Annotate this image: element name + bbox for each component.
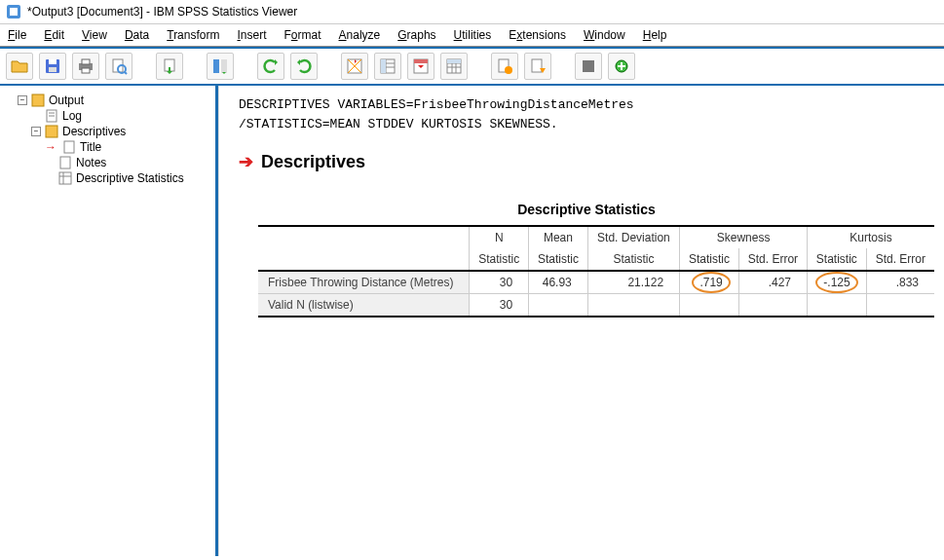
menu-window[interactable]: Window [584, 28, 625, 42]
add-button[interactable] [608, 53, 635, 80]
cell-skew-stat [680, 294, 739, 317]
menu-view[interactable]: View [82, 28, 107, 42]
table-row: Frisbee Throwing Distance (Metres) 30 46… [258, 271, 934, 294]
menu-transform[interactable]: Transform [167, 28, 219, 42]
cell-kurt-se: .833 [866, 271, 934, 294]
content-pane[interactable]: DESCRIPTIVES VARIABLES=FrisbeeThrowingDi… [218, 86, 944, 556]
menu-insert[interactable]: Insert [237, 28, 266, 42]
main-area: − Output Log − Descriptives [0, 86, 944, 556]
col-stddev: Std. Deviation [587, 226, 679, 248]
svg-rect-42 [59, 172, 71, 184]
export-button[interactable] [156, 53, 183, 80]
tree-descriptives-label: Descriptives [62, 125, 126, 138]
toolbar [0, 47, 944, 86]
svg-rect-39 [46, 126, 57, 137]
svg-rect-40 [64, 141, 74, 153]
tree-title-label: Title [80, 140, 101, 154]
tree-root[interactable]: − Output [18, 93, 211, 107]
variables-button[interactable] [440, 53, 468, 80]
book-icon [45, 125, 58, 138]
collapse-icon[interactable]: − [31, 127, 41, 136]
menu-extensions[interactable]: Extensions [509, 28, 566, 42]
log-icon [45, 109, 58, 123]
sub-stat: Statistic [587, 248, 679, 271]
table-row: Valid N (listwise) 30 [258, 294, 934, 317]
cell-n: 30 [470, 294, 529, 317]
cell-stddev [587, 294, 679, 317]
svg-rect-30 [532, 59, 542, 72]
tree-notes[interactable]: Notes [45, 156, 211, 169]
section-heading: ➔ Descriptives [239, 151, 925, 172]
cell-kurt-se [866, 294, 934, 317]
sub-stat: Statistic [680, 248, 739, 271]
tree-notes-label: Notes [76, 156, 106, 169]
menu-file[interactable]: File [8, 28, 26, 42]
cell-stddev: 21.122 [587, 271, 679, 294]
table-icon [58, 171, 72, 185]
cell-skew-stat: .719 [680, 271, 739, 294]
save-button[interactable] [39, 53, 66, 80]
goto-data-button[interactable] [341, 53, 368, 80]
row-label: Frisbee Throwing Distance (Metres) [258, 271, 470, 294]
svg-rect-31 [583, 60, 594, 72]
svg-rect-4 [49, 67, 57, 72]
menu-analyze[interactable]: Analyze [339, 28, 381, 42]
table-title: Descriptive Statistics [248, 202, 925, 217]
tree-descstats-label: Descriptive Statistics [76, 171, 184, 185]
menu-utilities[interactable]: Utilities [454, 28, 492, 42]
sub-stat: Statistic [808, 248, 867, 271]
cell-skew-se [738, 294, 807, 317]
sub-se: Std. Error [738, 248, 807, 271]
app-icon [6, 4, 21, 19]
preview-button[interactable] [105, 53, 132, 80]
select-last-button[interactable] [491, 53, 518, 80]
dialog-recall-button[interactable] [207, 53, 234, 80]
tree-title[interactable]: → Title [45, 140, 211, 154]
tree-descstats[interactable]: Descriptive Statistics [45, 171, 211, 185]
title-icon [62, 140, 76, 154]
designate-window-button[interactable] [575, 53, 602, 80]
redo-button[interactable] [290, 53, 318, 80]
syntax-line: /STATISTICS=MEAN STDDEV KURTOSIS SKEWNES… [239, 115, 925, 134]
syntax-block: DESCRIPTIVES VARIABLES=FrisbeeThrowingDi… [239, 95, 925, 133]
run-button[interactable] [524, 53, 551, 80]
outline-tree[interactable]: − Output Log − Descriptives [4, 93, 211, 185]
goto-case-button[interactable] [374, 53, 401, 80]
col-mean: Mean [529, 226, 588, 248]
menu-format[interactable]: Format [284, 28, 321, 42]
print-button[interactable] [72, 53, 99, 80]
menubar: File Edit View Data Transform Insert For… [0, 24, 944, 47]
cell-skew-se: .427 [738, 271, 807, 294]
window-titlebar: *Output3 [Document3] - IBM SPSS Statisti… [0, 0, 944, 24]
svg-rect-7 [82, 68, 90, 73]
output-icon [31, 93, 45, 107]
heading-text: Descriptives [261, 152, 365, 172]
cell-kurt-stat: -.125 [808, 271, 867, 294]
tree-output-label: Output [49, 93, 84, 107]
tree-descriptives[interactable]: − Descriptives [31, 125, 211, 138]
notes-icon [58, 156, 72, 169]
svg-rect-21 [414, 59, 428, 63]
cell-kurt-stat [808, 294, 867, 317]
tree-log[interactable]: Log [31, 109, 211, 123]
svg-line-10 [125, 72, 127, 74]
arrow-icon: ➔ [239, 151, 253, 172]
row-label: Valid N (listwise) [258, 294, 470, 317]
open-button[interactable] [6, 53, 33, 80]
descriptive-stats-table: N Mean Std. Deviation Skewness Kurtosis … [258, 225, 934, 317]
col-skewness: Skewness [680, 226, 808, 248]
undo-button[interactable] [257, 53, 284, 80]
svg-rect-3 [49, 59, 57, 64]
col-kurtosis: Kurtosis [808, 226, 934, 248]
menu-data[interactable]: Data [125, 28, 149, 42]
menu-help[interactable]: Help [643, 28, 667, 42]
outline-pane[interactable]: − Output Log − Descriptives [0, 86, 218, 556]
col-n: N [470, 226, 529, 248]
active-arrow-icon: → [45, 140, 57, 154]
svg-rect-12 [213, 59, 219, 73]
menu-edit[interactable]: Edit [44, 28, 64, 42]
collapse-icon[interactable]: − [18, 95, 27, 105]
window-title: *Output3 [Document3] - IBM SPSS Statisti… [27, 5, 297, 19]
menu-graphs[interactable]: Graphs [397, 28, 435, 42]
goto-variable-button[interactable] [407, 53, 434, 80]
